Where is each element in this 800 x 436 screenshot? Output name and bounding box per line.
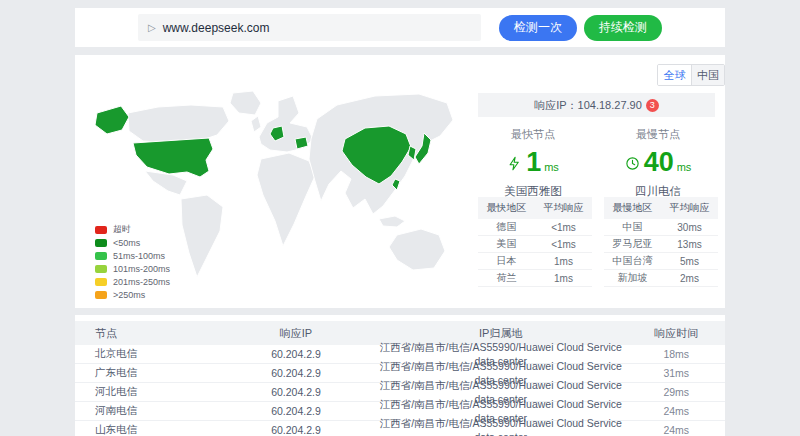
node-ip-location: 江西省/南昌市/电信/AS55990/Huawei Cloud Service …	[374, 417, 628, 436]
legend-item: 101ms-200ms	[95, 262, 170, 275]
map-country-canada	[128, 105, 229, 143]
node-response-ip: 60.204.2.9	[218, 386, 374, 398]
url-input-value: www.deepseek.com	[163, 21, 270, 35]
node-response-time: 29ms	[628, 386, 726, 398]
fastest-region-row: 美国 <1ms	[478, 236, 592, 253]
col-header-response-time: 响应时间	[628, 326, 726, 341]
fastest-node-value: 1	[526, 149, 541, 176]
fastest-node-unit: ms	[544, 161, 559, 173]
node-response-ip: 60.204.2.9	[218, 424, 374, 436]
slowest-region-row: 中国台湾 5ms	[604, 253, 718, 270]
region-name: 荷兰	[478, 271, 535, 285]
slowest-node-stat: 最慢节点 40 ms 四川电信	[598, 127, 718, 199]
fastest-node-title: 最快节点	[473, 127, 593, 142]
col-header-response-ip: 响应IP	[218, 326, 374, 341]
lightning-icon	[507, 156, 522, 171]
slowest-region-row: 中国 30ms	[604, 219, 718, 236]
legend-color-chip	[95, 278, 107, 286]
map-country-south-america	[181, 195, 223, 277]
response-ip-label: 响应IP：	[534, 98, 577, 113]
legend-label: 101ms-200ms	[113, 264, 170, 274]
node-response-ip: 60.204.2.9	[218, 348, 374, 360]
slowest-node-title: 最慢节点	[598, 127, 718, 142]
tab-china[interactable]: 中国	[691, 65, 724, 85]
scope-tabs: 全球 中国	[657, 64, 725, 86]
slowest-region-row: 新加坡 2ms	[604, 270, 718, 287]
legend-label: 201ms-250ms	[113, 277, 170, 287]
legend-item: 超时	[95, 223, 170, 236]
map-country-mexico	[145, 171, 187, 195]
map-country-australia	[389, 229, 445, 270]
node-response-time: 31ms	[628, 367, 726, 379]
node-response-ip: 60.204.2.9	[218, 405, 374, 417]
slowest-node-unit: ms	[677, 161, 692, 173]
region-avg-response: 5ms	[661, 256, 718, 267]
clock-icon	[625, 156, 640, 171]
map-country-alaska	[95, 106, 129, 134]
col-header-node: 节点	[75, 326, 218, 341]
legend-color-chip	[95, 265, 107, 273]
response-ip-value: 104.18.27.90	[578, 99, 642, 111]
url-input[interactable]: ▷ www.deepseek.com	[138, 14, 481, 41]
slowest-node-value: 40	[644, 149, 674, 176]
play-icon: ▷	[148, 22, 156, 33]
legend-label: <50ms	[113, 238, 140, 248]
legend-item: 201ms-250ms	[95, 275, 170, 288]
legend-label: 超时	[113, 223, 131, 236]
region-avg-response: 13ms	[661, 239, 718, 250]
node-response-time: 24ms	[628, 424, 726, 436]
legend-color-chip	[95, 252, 107, 260]
fastest-regions-header: 最快地区 平均响应	[478, 197, 592, 219]
slowest-regions-header: 最慢地区 平均响应	[604, 197, 718, 219]
region-name: 罗马尼亚	[604, 237, 661, 251]
slowest-regions-table: 最慢地区 平均响应 中国 30ms 罗马尼亚 13ms 中国台湾 5ms	[604, 197, 718, 287]
response-ip-bar: 响应IP： 104.18.27.90 3	[478, 93, 715, 117]
col-header-ip-location: IP归属地	[374, 326, 628, 341]
fastest-region-col-header: 最快地区	[478, 201, 535, 215]
region-avg-response: 30ms	[661, 222, 718, 233]
fastest-region-row: 荷兰 1ms	[478, 270, 592, 287]
map-country-africa	[257, 153, 315, 246]
node-response-ip: 60.204.2.9	[218, 367, 374, 379]
region-name: 德国	[478, 220, 535, 234]
region-name: 美国	[478, 237, 535, 251]
fastest-region-row: 德国 <1ms	[478, 219, 592, 236]
results-panel: 超时 <50ms 51ms-100ms 101ms-200ms 201ms-25…	[75, 55, 725, 308]
tab-global[interactable]: 全球	[658, 65, 691, 85]
node-name: 河北电信	[75, 385, 218, 399]
map-country-romania	[295, 137, 308, 149]
legend-label: >250ms	[113, 290, 145, 300]
legend-color-chip	[95, 239, 107, 247]
region-name: 中国	[604, 220, 661, 234]
search-toolbar: ▷ www.deepseek.com 检测一次 持续检测	[75, 8, 725, 47]
map-legend: 超时 <50ms 51ms-100ms 101ms-200ms 201ms-25…	[95, 223, 170, 301]
node-name: 山东电信	[75, 423, 218, 436]
region-name: 新加坡	[604, 271, 661, 285]
fastest-node-stat: 最快节点 1 ms 美国西雅图	[473, 127, 593, 199]
node-results-table: 节点 响应IP IP归属地 响应时间 北京电信 60.204.2.9 江西省/南…	[75, 315, 725, 436]
fastest-regions-table: 最快地区 平均响应 德国 <1ms 美国 <1ms 日本 1ms	[478, 197, 592, 287]
fastest-avg-col-header: 平均响应	[535, 201, 592, 215]
legend-item: <50ms	[95, 236, 170, 249]
region-name: 日本	[478, 254, 535, 268]
node-name: 河南电信	[75, 404, 218, 418]
region-name: 中国台湾	[604, 254, 661, 268]
check-once-button[interactable]: 检测一次	[499, 15, 577, 41]
slowest-region-row: 罗马尼亚 13ms	[604, 236, 718, 253]
slowest-region-col-header: 最慢地区	[604, 201, 661, 215]
region-avg-response: 2ms	[661, 273, 718, 284]
legend-color-chip	[95, 226, 107, 234]
map-country-uk	[251, 116, 261, 132]
region-avg-response: <1ms	[535, 222, 592, 233]
continuous-check-button[interactable]: 持续检测	[584, 15, 662, 41]
node-table-row: 山东电信 60.204.2.9 江西省/南昌市/电信/AS55990/Huawe…	[75, 421, 725, 436]
legend-color-chip	[95, 291, 107, 299]
legend-item: >250ms	[95, 288, 170, 301]
region-avg-response: <1ms	[535, 239, 592, 250]
map-country-greenland	[230, 91, 261, 115]
region-avg-response: 1ms	[535, 273, 592, 284]
slowest-avg-col-header: 平均响应	[661, 201, 718, 215]
node-response-time: 24ms	[628, 405, 726, 417]
ip-count-badge[interactable]: 3	[646, 99, 659, 112]
node-response-time: 18ms	[628, 348, 726, 360]
